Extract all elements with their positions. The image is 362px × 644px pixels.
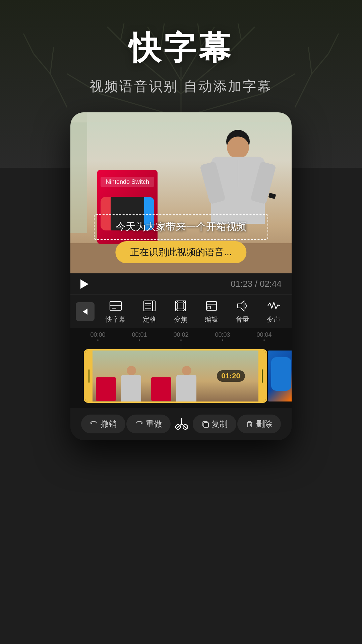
yinliang-icon (235, 299, 249, 313)
undo-label: 撤销 (101, 419, 117, 429)
svg-marker-42 (237, 301, 244, 311)
joycon-thumb-1: Con (268, 351, 292, 401)
ruler-mark-3: 00:03 (215, 331, 230, 341)
bianseng-label: 变声 (267, 315, 280, 324)
playhead-line (181, 344, 181, 408)
yinliang-label: 音量 (236, 315, 249, 324)
undo-icon (90, 420, 98, 428)
copy-label: 复制 (212, 419, 228, 429)
svg-rect-49 (204, 423, 208, 427)
redo-button[interactable]: 重做 (126, 415, 171, 433)
svg-rect-50 (248, 422, 252, 427)
clip-thumb-3: 01:20 (203, 351, 258, 401)
copy-icon (201, 420, 209, 428)
delete-button[interactable]: 删除 (237, 415, 281, 433)
timeline-ruler: 00:00 00:01 00:02 00:03 (70, 328, 292, 344)
ruler-cursor (181, 328, 181, 344)
tool-bianjiao[interactable]: 变焦 (174, 299, 188, 324)
tool-dingge[interactable]: 定格 (142, 299, 157, 324)
redo-label: 重做 (146, 419, 162, 429)
tool-bianji[interactable]: 编辑 (204, 299, 219, 324)
wall-left (70, 112, 87, 233)
bianseng-icon (266, 299, 281, 313)
tool-yinliang[interactable]: 音量 (235, 299, 249, 324)
header-section: 快字幕 视频语音识别 自动添加字幕 (90, 27, 272, 96)
toolbar: 快字幕 定格 (70, 294, 292, 328)
app-title: 快字幕 (90, 27, 272, 70)
bianji-label: 编辑 (205, 315, 218, 324)
undo-button[interactable]: 撤销 (81, 415, 125, 433)
bianji-icon (204, 299, 219, 313)
player-bar: 01:23 / 02:44 (70, 273, 292, 294)
dingge-icon (142, 299, 157, 313)
clip-handle-right[interactable] (258, 351, 266, 401)
delete-icon (246, 420, 253, 428)
copy-button[interactable]: 复制 (193, 415, 236, 433)
handle-grip (88, 369, 89, 383)
bianjiao-icon (174, 299, 188, 313)
back-button[interactable] (76, 302, 95, 321)
svg-rect-33 (153, 301, 155, 311)
clip-thumb-1 (93, 351, 148, 401)
timeline-area[interactable]: 01:20 (70, 344, 292, 408)
recognition-status-text: 正在识别此视频的语音... (130, 247, 232, 257)
clip-thumb-2 (148, 351, 203, 401)
clip-time-badge: 01:20 (217, 370, 245, 382)
play-button[interactable] (80, 279, 88, 289)
unselected-clip-1[interactable]: Con (268, 351, 292, 401)
video-frame: Nintendo Switch (70, 112, 292, 273)
handle-grip-right (262, 369, 263, 383)
tool-bianseng[interactable]: 变声 (266, 299, 281, 324)
kuzimu-label: 快字幕 (106, 315, 126, 324)
bianjiao-label: 变焦 (174, 315, 187, 324)
video-subtitle-text: 今天为大家带来一个开箱视频 (116, 221, 246, 232)
tool-items: 快字幕 定格 (95, 299, 292, 324)
selected-clip[interactable]: 01:20 (84, 349, 267, 403)
svg-rect-38 (178, 303, 184, 309)
time-display: 01:23 / 02:44 (231, 279, 282, 289)
recognition-bubble: 正在识别此视频的语音... (115, 241, 246, 263)
wall-top (70, 112, 292, 122)
phone-mockup: Nintendo Switch (70, 112, 292, 440)
svg-rect-29 (110, 302, 121, 310)
ruler-mark-1: 00:01 (132, 331, 147, 341)
app-subtitle: 视频语音识别 自动添加字幕 (90, 77, 272, 96)
subtitle-dashed-box[interactable]: 今天为大家带来一个开箱视频 (94, 214, 268, 240)
bottom-toolbar: 撤销 重做 (70, 408, 292, 440)
delete-label: 删除 (256, 419, 272, 429)
svg-rect-41 (208, 306, 210, 309)
scissors-icon (174, 416, 190, 432)
cut-button[interactable] (172, 414, 192, 434)
redo-icon (135, 420, 143, 428)
dingge-label: 定格 (143, 315, 156, 324)
tool-kuzimu[interactable]: 快字幕 (106, 299, 126, 324)
back-arrow-icon (83, 309, 87, 315)
ruler-mark-0: 00:00 (90, 331, 105, 341)
ruler-mark-4: 00:04 (256, 331, 272, 341)
full-page: 快字幕 视频语音识别 自动添加字幕 Nintendo Switch (0, 0, 362, 644)
main-content: 快字幕 视频语音识别 自动添加字幕 Nintendo Switch (0, 0, 362, 644)
kuzimu-icon (109, 299, 123, 313)
clip-handle-left[interactable] (85, 351, 93, 401)
